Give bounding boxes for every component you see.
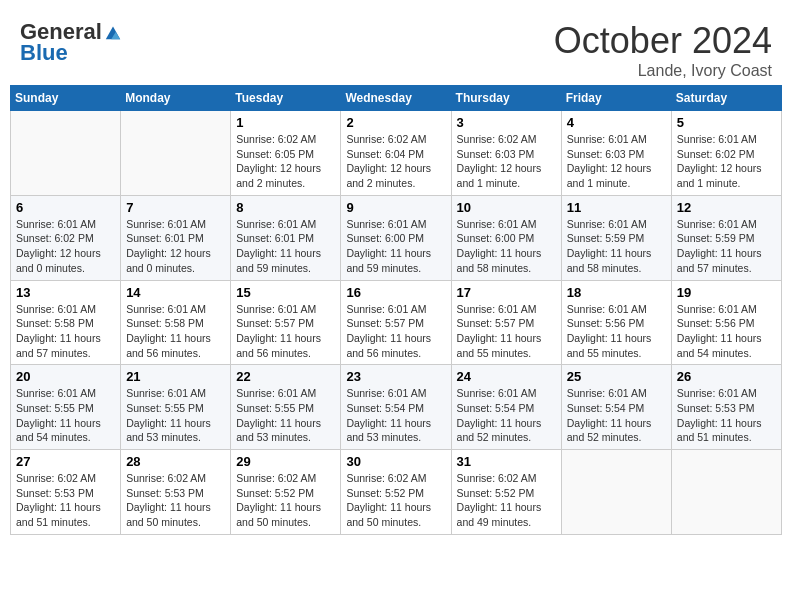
day-info: Sunrise: 6:02 AMSunset: 5:53 PMDaylight:… [126, 471, 225, 530]
day-number: 20 [16, 369, 115, 384]
day-info: Sunrise: 6:02 AMSunset: 5:52 PMDaylight:… [236, 471, 335, 530]
day-number: 29 [236, 454, 335, 469]
calendar-cell: 14Sunrise: 6:01 AMSunset: 5:58 PMDayligh… [121, 280, 231, 365]
weekday-header-row: SundayMondayTuesdayWednesdayThursdayFrid… [11, 86, 782, 111]
calendar-cell: 29Sunrise: 6:02 AMSunset: 5:52 PMDayligh… [231, 450, 341, 535]
calendar-cell: 12Sunrise: 6:01 AMSunset: 5:59 PMDayligh… [671, 195, 781, 280]
calendar-cell: 13Sunrise: 6:01 AMSunset: 5:58 PMDayligh… [11, 280, 121, 365]
day-number: 18 [567, 285, 666, 300]
calendar-cell: 19Sunrise: 6:01 AMSunset: 5:56 PMDayligh… [671, 280, 781, 365]
day-info: Sunrise: 6:01 AMSunset: 5:57 PMDaylight:… [236, 302, 335, 361]
weekday-header: Sunday [11, 86, 121, 111]
calendar-table: SundayMondayTuesdayWednesdayThursdayFrid… [10, 85, 782, 535]
day-info: Sunrise: 6:01 AMSunset: 5:58 PMDaylight:… [126, 302, 225, 361]
day-number: 11 [567, 200, 666, 215]
day-info: Sunrise: 6:01 AMSunset: 5:55 PMDaylight:… [16, 386, 115, 445]
calendar-cell: 23Sunrise: 6:01 AMSunset: 5:54 PMDayligh… [341, 365, 451, 450]
calendar-cell: 31Sunrise: 6:02 AMSunset: 5:52 PMDayligh… [451, 450, 561, 535]
calendar-cell: 4Sunrise: 6:01 AMSunset: 6:03 PMDaylight… [561, 111, 671, 196]
location-title: Lande, Ivory Coast [554, 62, 772, 80]
calendar-cell: 1Sunrise: 6:02 AMSunset: 6:05 PMDaylight… [231, 111, 341, 196]
calendar-cell [121, 111, 231, 196]
calendar-cell: 27Sunrise: 6:02 AMSunset: 5:53 PMDayligh… [11, 450, 121, 535]
page-header: General Blue October 2024 Lande, Ivory C… [10, 10, 782, 85]
day-number: 30 [346, 454, 445, 469]
day-number: 23 [346, 369, 445, 384]
day-number: 21 [126, 369, 225, 384]
day-info: Sunrise: 6:01 AMSunset: 5:57 PMDaylight:… [346, 302, 445, 361]
day-number: 27 [16, 454, 115, 469]
calendar-cell: 9Sunrise: 6:01 AMSunset: 6:00 PMDaylight… [341, 195, 451, 280]
day-info: Sunrise: 6:02 AMSunset: 5:52 PMDaylight:… [457, 471, 556, 530]
weekday-header: Saturday [671, 86, 781, 111]
day-number: 13 [16, 285, 115, 300]
calendar-week-row: 20Sunrise: 6:01 AMSunset: 5:55 PMDayligh… [11, 365, 782, 450]
day-info: Sunrise: 6:01 AMSunset: 5:54 PMDaylight:… [346, 386, 445, 445]
calendar-cell [561, 450, 671, 535]
day-number: 24 [457, 369, 556, 384]
day-info: Sunrise: 6:01 AMSunset: 5:59 PMDaylight:… [677, 217, 776, 276]
calendar-cell: 21Sunrise: 6:01 AMSunset: 5:55 PMDayligh… [121, 365, 231, 450]
day-number: 15 [236, 285, 335, 300]
day-number: 31 [457, 454, 556, 469]
calendar-cell: 6Sunrise: 6:01 AMSunset: 6:02 PMDaylight… [11, 195, 121, 280]
calendar-cell: 8Sunrise: 6:01 AMSunset: 6:01 PMDaylight… [231, 195, 341, 280]
calendar-cell: 5Sunrise: 6:01 AMSunset: 6:02 PMDaylight… [671, 111, 781, 196]
calendar-week-row: 13Sunrise: 6:01 AMSunset: 5:58 PMDayligh… [11, 280, 782, 365]
day-info: Sunrise: 6:01 AMSunset: 5:57 PMDaylight:… [457, 302, 556, 361]
calendar-cell: 24Sunrise: 6:01 AMSunset: 5:54 PMDayligh… [451, 365, 561, 450]
title-block: October 2024 Lande, Ivory Coast [554, 20, 772, 80]
day-number: 17 [457, 285, 556, 300]
day-info: Sunrise: 6:02 AMSunset: 6:03 PMDaylight:… [457, 132, 556, 191]
day-number: 16 [346, 285, 445, 300]
calendar-cell: 17Sunrise: 6:01 AMSunset: 5:57 PMDayligh… [451, 280, 561, 365]
day-info: Sunrise: 6:01 AMSunset: 5:56 PMDaylight:… [567, 302, 666, 361]
day-info: Sunrise: 6:01 AMSunset: 6:02 PMDaylight:… [677, 132, 776, 191]
calendar-cell: 7Sunrise: 6:01 AMSunset: 6:01 PMDaylight… [121, 195, 231, 280]
logo: General Blue [20, 20, 122, 66]
day-info: Sunrise: 6:02 AMSunset: 5:52 PMDaylight:… [346, 471, 445, 530]
calendar-cell: 22Sunrise: 6:01 AMSunset: 5:55 PMDayligh… [231, 365, 341, 450]
calendar-cell: 30Sunrise: 6:02 AMSunset: 5:52 PMDayligh… [341, 450, 451, 535]
day-number: 9 [346, 200, 445, 215]
calendar-week-row: 1Sunrise: 6:02 AMSunset: 6:05 PMDaylight… [11, 111, 782, 196]
day-info: Sunrise: 6:02 AMSunset: 5:53 PMDaylight:… [16, 471, 115, 530]
day-info: Sunrise: 6:01 AMSunset: 5:54 PMDaylight:… [457, 386, 556, 445]
calendar-cell: 3Sunrise: 6:02 AMSunset: 6:03 PMDaylight… [451, 111, 561, 196]
calendar-cell: 28Sunrise: 6:02 AMSunset: 5:53 PMDayligh… [121, 450, 231, 535]
weekday-header: Thursday [451, 86, 561, 111]
calendar-cell: 10Sunrise: 6:01 AMSunset: 6:00 PMDayligh… [451, 195, 561, 280]
day-info: Sunrise: 6:02 AMSunset: 6:05 PMDaylight:… [236, 132, 335, 191]
day-number: 12 [677, 200, 776, 215]
day-info: Sunrise: 6:01 AMSunset: 5:56 PMDaylight:… [677, 302, 776, 361]
day-info: Sunrise: 6:01 AMSunset: 5:55 PMDaylight:… [236, 386, 335, 445]
day-number: 10 [457, 200, 556, 215]
calendar-cell: 15Sunrise: 6:01 AMSunset: 5:57 PMDayligh… [231, 280, 341, 365]
day-info: Sunrise: 6:01 AMSunset: 5:55 PMDaylight:… [126, 386, 225, 445]
calendar-cell: 25Sunrise: 6:01 AMSunset: 5:54 PMDayligh… [561, 365, 671, 450]
weekday-header: Wednesday [341, 86, 451, 111]
day-number: 22 [236, 369, 335, 384]
day-number: 19 [677, 285, 776, 300]
day-number: 14 [126, 285, 225, 300]
day-number: 5 [677, 115, 776, 130]
month-title: October 2024 [554, 20, 772, 62]
calendar-cell [11, 111, 121, 196]
calendar-week-row: 27Sunrise: 6:02 AMSunset: 5:53 PMDayligh… [11, 450, 782, 535]
day-info: Sunrise: 6:01 AMSunset: 5:53 PMDaylight:… [677, 386, 776, 445]
calendar-cell: 2Sunrise: 6:02 AMSunset: 6:04 PMDaylight… [341, 111, 451, 196]
logo-icon [104, 23, 122, 41]
calendar-cell: 26Sunrise: 6:01 AMSunset: 5:53 PMDayligh… [671, 365, 781, 450]
day-info: Sunrise: 6:01 AMSunset: 6:01 PMDaylight:… [236, 217, 335, 276]
calendar-cell [671, 450, 781, 535]
day-number: 2 [346, 115, 445, 130]
day-number: 25 [567, 369, 666, 384]
day-number: 8 [236, 200, 335, 215]
day-info: Sunrise: 6:01 AMSunset: 5:59 PMDaylight:… [567, 217, 666, 276]
day-info: Sunrise: 6:01 AMSunset: 6:03 PMDaylight:… [567, 132, 666, 191]
day-number: 26 [677, 369, 776, 384]
day-info: Sunrise: 6:01 AMSunset: 6:00 PMDaylight:… [457, 217, 556, 276]
day-info: Sunrise: 6:01 AMSunset: 6:02 PMDaylight:… [16, 217, 115, 276]
day-number: 1 [236, 115, 335, 130]
calendar-cell: 16Sunrise: 6:01 AMSunset: 5:57 PMDayligh… [341, 280, 451, 365]
